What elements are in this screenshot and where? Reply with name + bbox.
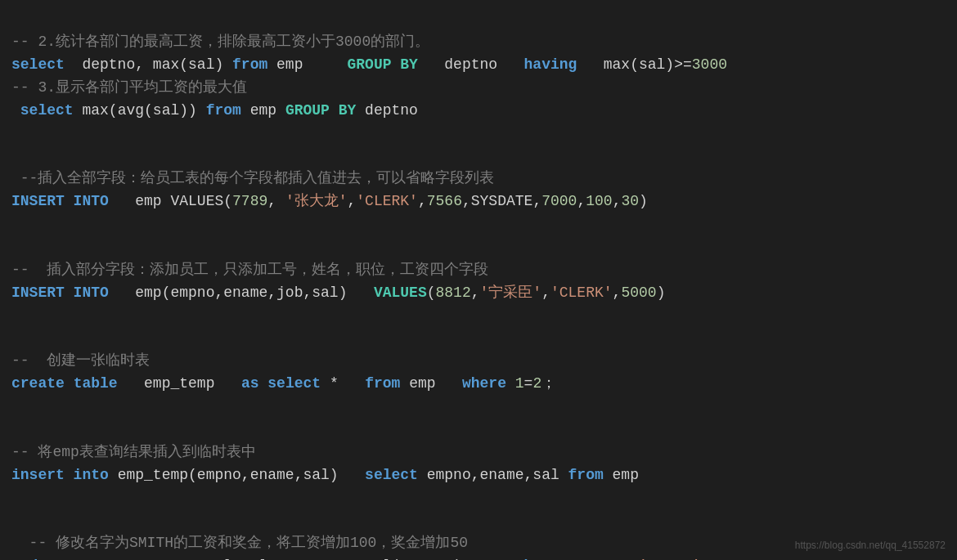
- plain6: emp: [241, 102, 285, 119]
- blank3: [11, 329, 20, 346]
- plain25: *: [321, 375, 365, 392]
- plain5: max(avg(sal)): [74, 102, 206, 119]
- blank5: [11, 513, 20, 529]
- comment-line5: -- 创建一张临时表: [11, 352, 150, 369]
- plain18: ,: [471, 284, 480, 301]
- plain17: (: [427, 284, 436, 301]
- str4: 'CLERK': [550, 284, 613, 301]
- str3: '宁采臣': [480, 284, 542, 301]
- select-kw4: select: [365, 467, 418, 483]
- watermark: https://blog.csdn.net/qq_41552872: [795, 538, 946, 553]
- num5: 100: [586, 193, 612, 209]
- having1: having: [524, 56, 577, 73]
- blank2: [11, 239, 20, 255]
- values-kw1: VALUES: [374, 284, 427, 301]
- plain28: =: [524, 375, 533, 392]
- num10: 2: [532, 375, 541, 392]
- str2: 'CLERK': [356, 193, 418, 209]
- plain21: ): [657, 284, 666, 301]
- blank4: [11, 421, 20, 437]
- create-kw1: create: [11, 375, 65, 392]
- groupby2: GROUP BY: [285, 102, 356, 119]
- num1: 3000: [692, 56, 727, 73]
- plain8: emp VALUES(: [109, 193, 232, 209]
- plain1: deptno, max(sal): [65, 56, 232, 73]
- plain9: ,: [267, 193, 285, 209]
- insert-kw1: INSERT INTO: [11, 193, 109, 209]
- comment-line4: -- 插入部分字段：添加员工，只添加工号，姓名，职位，工资四个字段: [11, 262, 488, 278]
- num6: 30: [621, 193, 639, 209]
- select-kw3: select: [267, 375, 321, 392]
- insert-kw2: INSERT INTO: [11, 284, 109, 301]
- plain31: empno,ename,sal: [418, 467, 568, 483]
- plain7: deptno: [356, 102, 418, 119]
- from-kw3: from: [365, 375, 400, 392]
- table-kw1: table: [74, 375, 118, 392]
- num3: 7566: [427, 193, 462, 209]
- comment-line7: -- 修改名字为SMITH的工资和奖金，将工资增加100，奖金增加50: [11, 535, 468, 551]
- plain13: ,: [577, 193, 586, 209]
- comment-line1: -- 2.统计各部门的最高工资，排除最高工资小于3000的部门。: [11, 34, 429, 50]
- plain26: emp: [400, 375, 462, 392]
- num9: 1: [515, 375, 524, 392]
- comment-line6: -- 将emp表查询结果插入到临时表中: [11, 444, 256, 460]
- num7: 8812: [436, 284, 471, 301]
- plain20: ,: [613, 284, 622, 301]
- as-kw1: as: [241, 375, 259, 392]
- plain3: deptno: [418, 56, 524, 73]
- insert-kw3: insert into: [11, 467, 109, 483]
- plain22: [65, 375, 74, 392]
- num4: 7000: [541, 193, 577, 209]
- comment-line2: -- 3.显示各部门平均工资的最大值: [11, 79, 247, 96]
- plain11: ,: [418, 193, 427, 209]
- code-editor: -- 2.统计各部门的最高工资，排除最高工资小于3000的部门。 select …: [11, 8, 946, 560]
- from-kw1: from: [232, 56, 267, 73]
- where-kw1: where: [462, 375, 506, 392]
- from-kw4: from: [568, 467, 604, 483]
- plain10: ,: [348, 193, 357, 209]
- num2: 7789: [232, 193, 267, 209]
- plain2: emp: [267, 56, 347, 73]
- num8: 5000: [621, 284, 656, 301]
- blank1: [11, 147, 20, 164]
- from-kw2: from: [206, 102, 241, 119]
- plain23: emp_temp: [118, 375, 241, 392]
- plain24: [258, 375, 267, 392]
- plain32: emp: [604, 467, 639, 483]
- plain27: [506, 375, 515, 392]
- plain29: ；: [541, 375, 556, 392]
- select-kw2: select: [20, 102, 74, 119]
- plain14: ,: [613, 193, 622, 209]
- plain30: emp_temp(empno,ename,sal): [109, 467, 365, 483]
- plain16: emp(empno,ename,job,sal): [109, 284, 374, 301]
- str1: '张大龙': [285, 193, 348, 209]
- plain19: ,: [541, 284, 550, 301]
- groupby1: GROUP BY: [347, 56, 417, 73]
- select-kw1: select: [11, 56, 65, 73]
- plain12: ,SYSDATE,: [462, 193, 541, 209]
- space1: [11, 102, 20, 119]
- comment-line3: --插入全部字段：给员工表的每个字段都插入值进去，可以省略字段列表: [11, 170, 494, 186]
- plain15: ): [639, 193, 648, 209]
- plain4: max(sal)>=: [577, 56, 691, 73]
